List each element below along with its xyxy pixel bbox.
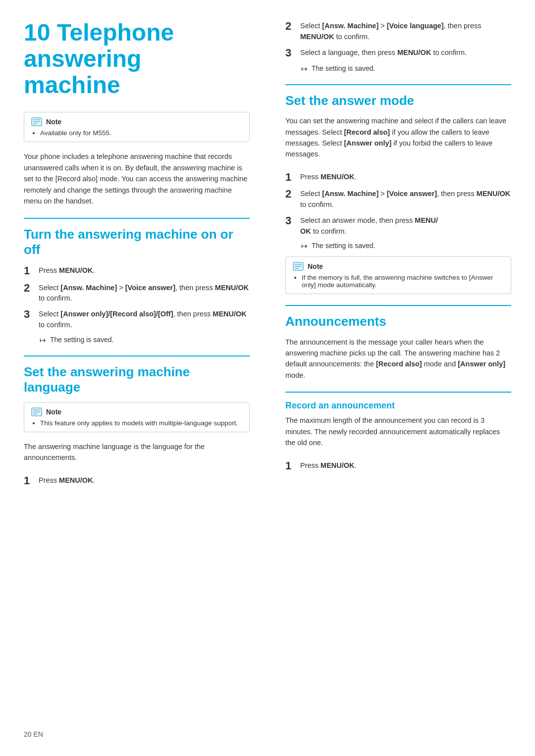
step-num: 1 (24, 264, 35, 277)
step-text: Select an answer mode, then press MENU/O… (300, 214, 511, 237)
step-text: Press MENU/OK. (300, 171, 511, 183)
step-num: 1 (24, 474, 35, 487)
divider-on-off (24, 218, 250, 219)
step-num: 1 (285, 459, 296, 472)
divider-language (24, 355, 250, 356)
record-announcement-steps: 1 Press MENU/OK. (285, 459, 511, 472)
intro-note-text: Available only for M555. (31, 129, 242, 137)
step-text: Select a language, then press MENU/OK to… (300, 47, 511, 58)
answer-mode-note-label: Note (308, 262, 323, 270)
intro-note-label: Note (46, 118, 61, 126)
language-note-box: Note This feature only applies to models… (24, 402, 250, 432)
intro-paragraph: Your phone includes a telephone answerin… (24, 151, 250, 206)
step-num: 3 (24, 308, 35, 321)
step-text: Select [Answ. Machine] > [Voice language… (300, 20, 511, 43)
section-answer-mode-title: Set the answer mode (285, 93, 511, 108)
language-note-label: Note (46, 408, 61, 416)
language-note-item-0: This feature only applies to models with… (40, 419, 242, 427)
answer-mode-steps: 1 Press MENU/OK. 2 Select [Answ. Machine… (285, 171, 511, 237)
answer-mode-step-1: 1 Press MENU/OK. (285, 171, 511, 184)
on-off-steps: 1 Press MENU/OK. 2 Select [Answ. Machine… (24, 264, 250, 330)
step-num: 2 (24, 282, 35, 295)
record-announcement-step-1: 1 Press MENU/OK. (285, 459, 511, 472)
language-step-2: 2 Select [Answ. Machine] > [Voice langua… (285, 20, 511, 43)
language-note-header: Note (31, 407, 242, 416)
step-text: Press MENU/OK. (39, 474, 250, 486)
on-off-step-1: 1 Press MENU/OK. (24, 264, 250, 277)
step-num: 3 (285, 214, 296, 227)
on-off-result: ↦ The setting is saved. (40, 336, 250, 345)
note-icon (31, 407, 42, 416)
record-announcement-intro: The maximum length of the announcement y… (285, 415, 511, 448)
page-lang-text: EN (33, 730, 43, 738)
intro-note-header: Note (31, 117, 242, 126)
subsection-record-title: Record an announcement (285, 401, 511, 411)
result-text: The setting is saved. (312, 64, 375, 72)
step-text: Press MENU/OK. (300, 459, 511, 471)
arrow-icon: ↦ (301, 64, 308, 73)
step-text: Press MENU/OK. (39, 264, 250, 276)
step-text: Select [Answer only]/[Record also]/[Off]… (39, 308, 250, 331)
section-language-title: Set the answering machine language (24, 364, 250, 395)
language-step-1: 1 Press MENU/OK. (24, 474, 250, 487)
language-note-text: This feature only applies to models with… (31, 419, 242, 427)
step-num: 3 (285, 47, 296, 59)
announcements-intro: The announcement is the message your cal… (285, 337, 511, 381)
arrow-icon: ↦ (40, 336, 46, 345)
answer-mode-note-text: If the memory is full, the answering mac… (293, 274, 504, 289)
page-number: 20 (24, 730, 32, 738)
divider-record-announcement (285, 392, 511, 393)
section-on-off-title: Turn the answering machine on or off (24, 227, 250, 257)
result-text: The setting is saved. (312, 242, 375, 250)
language-result: ↦ The setting is saved. (301, 64, 511, 73)
answer-mode-note-box: Note If the memory is full, the answerin… (285, 256, 511, 294)
answer-mode-step-2: 2 Select [Answ. Machine] > [Voice answer… (285, 188, 511, 210)
chapter-title: 10 Telephoneansweringmachine (24, 20, 250, 98)
step-text: Select [Answ. Machine] > [Voice answer],… (39, 282, 250, 304)
note-icon (31, 117, 42, 126)
language-steps: 1 Press MENU/OK. (24, 474, 250, 487)
section-announcements-title: Announcements (285, 314, 511, 329)
divider-answer-mode (285, 84, 511, 85)
step-num: 1 (285, 171, 296, 184)
chapter-number: 10 (24, 19, 50, 46)
divider-announcements (285, 305, 511, 306)
answer-mode-note-item-0: If the memory is full, the answering mac… (302, 274, 504, 289)
intro-note-box: Note Available only for M555. (24, 112, 250, 142)
answer-mode-step-3: 3 Select an answer mode, then press MENU… (285, 214, 511, 237)
answer-mode-result: ↦ The setting is saved. (301, 242, 511, 251)
step-num: 2 (285, 188, 296, 201)
page-footer: 20 EN (24, 730, 43, 738)
note-icon (293, 262, 304, 271)
on-off-step-2: 2 Select [Answ. Machine] > [Voice answer… (24, 282, 250, 304)
arrow-icon: ↦ (301, 242, 308, 251)
language-steps-right: 2 Select [Answ. Machine] > [Voice langua… (285, 20, 511, 59)
language-intro: The answering machine language is the la… (24, 441, 250, 463)
answer-mode-intro: You can set the answering machine and se… (285, 115, 511, 160)
answer-mode-note-header: Note (293, 262, 504, 271)
result-text: The setting is saved. (50, 336, 113, 344)
intro-note-item-0: Available only for M555. (40, 129, 242, 137)
step-text: Select [Answ. Machine] > [Voice answer],… (300, 188, 511, 210)
on-off-step-3: 3 Select [Answer only]/[Record also]/[Of… (24, 308, 250, 331)
step-num: 2 (285, 20, 296, 33)
language-step-3: 3 Select a language, then press MENU/OK … (285, 47, 511, 59)
